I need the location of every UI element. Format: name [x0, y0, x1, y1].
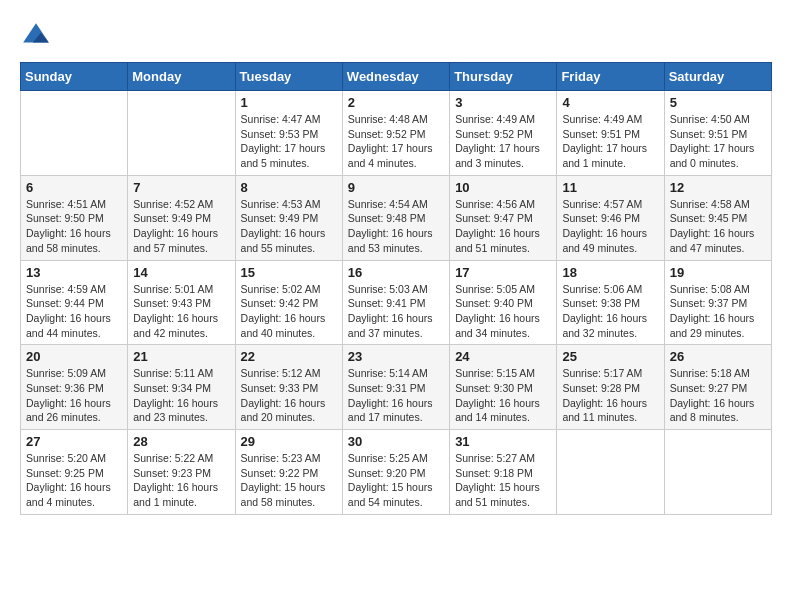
day-number: 6 [26, 180, 122, 195]
calendar-cell: 31Sunrise: 5:27 AMSunset: 9:18 PMDayligh… [450, 430, 557, 515]
day-number: 19 [670, 265, 766, 280]
column-header-monday: Monday [128, 63, 235, 91]
day-number: 9 [348, 180, 444, 195]
day-info: Sunrise: 4:50 AMSunset: 9:51 PMDaylight:… [670, 112, 766, 171]
calendar-cell: 23Sunrise: 5:14 AMSunset: 9:31 PMDayligh… [342, 345, 449, 430]
calendar-cell: 20Sunrise: 5:09 AMSunset: 9:36 PMDayligh… [21, 345, 128, 430]
calendar-cell: 7Sunrise: 4:52 AMSunset: 9:49 PMDaylight… [128, 175, 235, 260]
day-number: 8 [241, 180, 337, 195]
calendar-cell: 2Sunrise: 4:48 AMSunset: 9:52 PMDaylight… [342, 91, 449, 176]
day-number: 14 [133, 265, 229, 280]
header [20, 20, 772, 52]
calendar-cell: 30Sunrise: 5:25 AMSunset: 9:20 PMDayligh… [342, 430, 449, 515]
day-info: Sunrise: 5:25 AMSunset: 9:20 PMDaylight:… [348, 451, 444, 510]
column-header-wednesday: Wednesday [342, 63, 449, 91]
day-info: Sunrise: 5:23 AMSunset: 9:22 PMDaylight:… [241, 451, 337, 510]
day-info: Sunrise: 5:27 AMSunset: 9:18 PMDaylight:… [455, 451, 551, 510]
column-header-thursday: Thursday [450, 63, 557, 91]
day-number: 23 [348, 349, 444, 364]
calendar-cell: 10Sunrise: 4:56 AMSunset: 9:47 PMDayligh… [450, 175, 557, 260]
calendar-cell: 28Sunrise: 5:22 AMSunset: 9:23 PMDayligh… [128, 430, 235, 515]
calendar: SundayMondayTuesdayWednesdayThursdayFrid… [20, 62, 772, 515]
day-info: Sunrise: 5:05 AMSunset: 9:40 PMDaylight:… [455, 282, 551, 341]
day-number: 10 [455, 180, 551, 195]
day-info: Sunrise: 5:22 AMSunset: 9:23 PMDaylight:… [133, 451, 229, 510]
day-info: Sunrise: 4:54 AMSunset: 9:48 PMDaylight:… [348, 197, 444, 256]
calendar-cell: 19Sunrise: 5:08 AMSunset: 9:37 PMDayligh… [664, 260, 771, 345]
calendar-cell: 25Sunrise: 5:17 AMSunset: 9:28 PMDayligh… [557, 345, 664, 430]
day-number: 29 [241, 434, 337, 449]
day-info: Sunrise: 4:59 AMSunset: 9:44 PMDaylight:… [26, 282, 122, 341]
day-info: Sunrise: 4:52 AMSunset: 9:49 PMDaylight:… [133, 197, 229, 256]
day-info: Sunrise: 4:53 AMSunset: 9:49 PMDaylight:… [241, 197, 337, 256]
calendar-cell: 15Sunrise: 5:02 AMSunset: 9:42 PMDayligh… [235, 260, 342, 345]
day-info: Sunrise: 5:06 AMSunset: 9:38 PMDaylight:… [562, 282, 658, 341]
day-number: 11 [562, 180, 658, 195]
calendar-cell: 22Sunrise: 5:12 AMSunset: 9:33 PMDayligh… [235, 345, 342, 430]
day-info: Sunrise: 5:12 AMSunset: 9:33 PMDaylight:… [241, 366, 337, 425]
day-number: 27 [26, 434, 122, 449]
day-number: 1 [241, 95, 337, 110]
logo-icon [20, 20, 52, 52]
day-info: Sunrise: 5:03 AMSunset: 9:41 PMDaylight:… [348, 282, 444, 341]
calendar-cell: 27Sunrise: 5:20 AMSunset: 9:25 PMDayligh… [21, 430, 128, 515]
day-info: Sunrise: 4:47 AMSunset: 9:53 PMDaylight:… [241, 112, 337, 171]
day-number: 20 [26, 349, 122, 364]
column-header-sunday: Sunday [21, 63, 128, 91]
logo [20, 20, 56, 52]
calendar-week-4: 20Sunrise: 5:09 AMSunset: 9:36 PMDayligh… [21, 345, 772, 430]
column-header-tuesday: Tuesday [235, 63, 342, 91]
calendar-cell: 14Sunrise: 5:01 AMSunset: 9:43 PMDayligh… [128, 260, 235, 345]
day-info: Sunrise: 5:09 AMSunset: 9:36 PMDaylight:… [26, 366, 122, 425]
calendar-cell: 24Sunrise: 5:15 AMSunset: 9:30 PMDayligh… [450, 345, 557, 430]
day-info: Sunrise: 4:49 AMSunset: 9:52 PMDaylight:… [455, 112, 551, 171]
day-number: 26 [670, 349, 766, 364]
column-header-saturday: Saturday [664, 63, 771, 91]
day-info: Sunrise: 5:08 AMSunset: 9:37 PMDaylight:… [670, 282, 766, 341]
day-number: 18 [562, 265, 658, 280]
calendar-week-3: 13Sunrise: 4:59 AMSunset: 9:44 PMDayligh… [21, 260, 772, 345]
calendar-week-1: 1Sunrise: 4:47 AMSunset: 9:53 PMDaylight… [21, 91, 772, 176]
day-number: 31 [455, 434, 551, 449]
day-info: Sunrise: 4:48 AMSunset: 9:52 PMDaylight:… [348, 112, 444, 171]
calendar-cell: 29Sunrise: 5:23 AMSunset: 9:22 PMDayligh… [235, 430, 342, 515]
calendar-cell: 17Sunrise: 5:05 AMSunset: 9:40 PMDayligh… [450, 260, 557, 345]
day-info: Sunrise: 5:15 AMSunset: 9:30 PMDaylight:… [455, 366, 551, 425]
calendar-cell: 4Sunrise: 4:49 AMSunset: 9:51 PMDaylight… [557, 91, 664, 176]
day-info: Sunrise: 5:02 AMSunset: 9:42 PMDaylight:… [241, 282, 337, 341]
day-number: 30 [348, 434, 444, 449]
calendar-week-5: 27Sunrise: 5:20 AMSunset: 9:25 PMDayligh… [21, 430, 772, 515]
calendar-header-row: SundayMondayTuesdayWednesdayThursdayFrid… [21, 63, 772, 91]
day-info: Sunrise: 4:56 AMSunset: 9:47 PMDaylight:… [455, 197, 551, 256]
calendar-cell: 6Sunrise: 4:51 AMSunset: 9:50 PMDaylight… [21, 175, 128, 260]
day-number: 13 [26, 265, 122, 280]
calendar-cell: 3Sunrise: 4:49 AMSunset: 9:52 PMDaylight… [450, 91, 557, 176]
day-number: 22 [241, 349, 337, 364]
calendar-cell: 8Sunrise: 4:53 AMSunset: 9:49 PMDaylight… [235, 175, 342, 260]
day-info: Sunrise: 4:58 AMSunset: 9:45 PMDaylight:… [670, 197, 766, 256]
calendar-cell: 26Sunrise: 5:18 AMSunset: 9:27 PMDayligh… [664, 345, 771, 430]
day-number: 16 [348, 265, 444, 280]
day-number: 24 [455, 349, 551, 364]
column-header-friday: Friday [557, 63, 664, 91]
day-number: 2 [348, 95, 444, 110]
day-number: 17 [455, 265, 551, 280]
day-info: Sunrise: 4:51 AMSunset: 9:50 PMDaylight:… [26, 197, 122, 256]
day-number: 21 [133, 349, 229, 364]
calendar-cell [128, 91, 235, 176]
day-info: Sunrise: 5:11 AMSunset: 9:34 PMDaylight:… [133, 366, 229, 425]
day-number: 28 [133, 434, 229, 449]
calendar-cell: 16Sunrise: 5:03 AMSunset: 9:41 PMDayligh… [342, 260, 449, 345]
calendar-cell: 9Sunrise: 4:54 AMSunset: 9:48 PMDaylight… [342, 175, 449, 260]
calendar-cell: 18Sunrise: 5:06 AMSunset: 9:38 PMDayligh… [557, 260, 664, 345]
day-number: 4 [562, 95, 658, 110]
day-number: 25 [562, 349, 658, 364]
day-number: 12 [670, 180, 766, 195]
calendar-cell: 1Sunrise: 4:47 AMSunset: 9:53 PMDaylight… [235, 91, 342, 176]
day-number: 15 [241, 265, 337, 280]
day-info: Sunrise: 5:14 AMSunset: 9:31 PMDaylight:… [348, 366, 444, 425]
day-info: Sunrise: 5:18 AMSunset: 9:27 PMDaylight:… [670, 366, 766, 425]
calendar-cell [664, 430, 771, 515]
calendar-cell [557, 430, 664, 515]
calendar-cell: 21Sunrise: 5:11 AMSunset: 9:34 PMDayligh… [128, 345, 235, 430]
